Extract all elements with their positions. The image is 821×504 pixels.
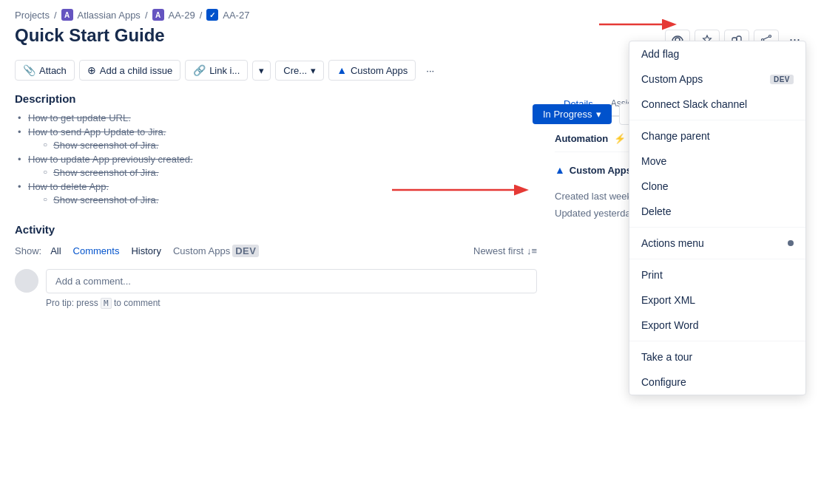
dropdown-item-label: Connect Slack channel xyxy=(641,98,747,110)
toolbar-ellipsis-icon: ··· xyxy=(426,65,434,76)
description-list: How to get update URL. How to send App U… xyxy=(15,112,537,205)
attach-button[interactable]: 📎 Attach xyxy=(15,60,75,81)
list-item: Show screenshot of Jira. xyxy=(40,140,537,151)
aa27-icon: ✓ xyxy=(206,9,218,21)
custom-apps-filter-label: Custom Apps xyxy=(173,245,230,256)
activity-section: Activity Show: All Comments History Cust… xyxy=(15,223,537,308)
link-dropdown[interactable]: ▾ xyxy=(252,61,271,81)
description-section: Description How to get update URL. How t… xyxy=(15,92,537,205)
list-item: Show screenshot of Jira. xyxy=(40,167,537,178)
chevron-down-icon: ▾ xyxy=(596,109,601,120)
dropdown-menu: Add flagCustom AppsDEVConnect Slack chan… xyxy=(629,41,806,395)
filter-comments-button[interactable]: Comments xyxy=(70,244,123,258)
avatar xyxy=(15,269,38,293)
left-panel: Description How to get update URL. How t… xyxy=(15,92,555,478)
dropdown-item[interactable]: Custom AppsDEV xyxy=(629,67,805,92)
link-label: Link i... xyxy=(209,65,240,76)
sort-icon: ↓≡ xyxy=(527,245,537,256)
dropdown-item-label: Add flag xyxy=(641,48,679,60)
dropdown-divider xyxy=(629,341,805,341)
dev-badge: DEV xyxy=(232,245,259,257)
child-issue-icon: ⊕ xyxy=(87,64,96,76)
paperclip-icon: 📎 xyxy=(23,64,36,76)
toolbar-more-button[interactable]: ··· xyxy=(420,61,440,80)
breadcrumb-projects[interactable]: Projects xyxy=(15,10,50,21)
dropdown-item[interactable]: Print xyxy=(629,262,805,287)
dropdown-item-label: Take a tour xyxy=(641,351,692,363)
dropdown-item[interactable]: Add flag xyxy=(629,41,805,67)
dropdown-item-label: Print xyxy=(641,269,663,281)
dropdown-divider xyxy=(629,227,805,228)
comment-input[interactable]: Add a comment... xyxy=(46,269,537,293)
dropdown-item-label: Export XML xyxy=(641,294,695,306)
description-title: Description xyxy=(15,92,537,105)
atlassian-apps-icon: A xyxy=(61,9,73,21)
activity-filter-bar: Show: All Comments History Custom Apps D… xyxy=(15,243,537,259)
create-label: Cre... xyxy=(283,65,307,76)
dropdown-item-label: Custom Apps xyxy=(641,73,703,85)
dropdown-item[interactable]: Delete xyxy=(629,199,805,224)
dropdown-item-label: Actions menu xyxy=(641,237,704,249)
page-title: Quick Start Guide xyxy=(15,25,165,46)
list-item: Show screenshot of Jira. xyxy=(40,194,537,205)
link-icon-toolbar: 🔗 xyxy=(193,64,206,76)
dropdown-item-label: Clone xyxy=(641,180,669,192)
dropdown-item-badge: DEV xyxy=(770,75,794,84)
sort-button[interactable]: Newest first ↓≡ xyxy=(473,245,537,256)
pro-tip-key: M xyxy=(101,298,112,309)
filter-custom-apps-button[interactable]: Custom Apps DEV xyxy=(170,243,263,259)
list-item: How to update App previously created. Sh… xyxy=(15,154,537,178)
sort-label: Newest first xyxy=(473,245,524,256)
create-button[interactable]: Cre... ▾ xyxy=(275,61,324,81)
custom-apps-section-icon: ▲ xyxy=(555,164,565,176)
comment-area: Add a comment... xyxy=(15,269,537,293)
dropdown-item[interactable]: Configure xyxy=(629,370,805,395)
dropdown-item[interactable]: Take a tour xyxy=(629,344,805,370)
pro-tip: Pro tip: press M to comment xyxy=(46,298,537,308)
list-item: How to delete App. Show screenshot of Ji… xyxy=(15,181,537,205)
status-label: In Progress xyxy=(543,109,592,120)
chevron-down-icon-link: ▾ xyxy=(259,65,264,76)
breadcrumb-aa29[interactable]: AA-29 xyxy=(169,10,195,21)
aa29-icon: A xyxy=(152,9,164,21)
custom-apps-button[interactable]: ▲ Custom Apps xyxy=(328,60,416,81)
dropdown-item-label: Export Word xyxy=(641,319,699,331)
breadcrumb: Projects / A Atlassian Apps / A AA-29 / … xyxy=(0,0,821,25)
list-item: How to send App Update to Jira. Show scr… xyxy=(15,126,537,151)
activity-title: Activity xyxy=(15,223,537,236)
dropdown-item[interactable]: Move xyxy=(629,149,805,174)
attach-label: Attach xyxy=(39,65,67,76)
breadcrumb-aa27[interactable]: AA-27 xyxy=(223,10,249,21)
pro-tip-text: Pro tip: press xyxy=(46,298,98,308)
dropdown-divider xyxy=(629,259,805,259)
svg-point-3 xyxy=(768,35,771,37)
link-button[interactable]: 🔗 Link i... xyxy=(185,60,248,81)
dropdown-item-label: Configure xyxy=(641,376,686,388)
add-child-issue-button[interactable]: ⊕ Add a child issue xyxy=(79,60,180,81)
custom-apps-label: Custom Apps xyxy=(351,65,408,76)
dropdown-item-label: Delete xyxy=(641,205,671,217)
dropdown-item[interactable]: Connect Slack channel xyxy=(629,92,805,117)
filter-history-button[interactable]: History xyxy=(128,244,163,258)
status-button[interactable]: In Progress ▾ xyxy=(533,104,612,124)
svg-line-6 xyxy=(763,36,768,38)
custom-apps-toolbar-icon: ▲ xyxy=(337,64,347,76)
custom-apps-section-label: Custom Apps xyxy=(570,165,632,176)
dropdown-item[interactable]: Export XML xyxy=(629,287,805,313)
dropdown-item[interactable]: Clone xyxy=(629,174,805,199)
chevron-create: ▾ xyxy=(311,65,316,76)
dropdown-divider xyxy=(629,120,805,120)
dropdown-item-label: Move xyxy=(641,155,666,167)
dropdown-item[interactable]: Export Word xyxy=(629,313,805,338)
breadcrumb-atlassian-apps[interactable]: Atlassian Apps xyxy=(78,10,141,21)
dropdown-item[interactable]: Change parent xyxy=(629,123,805,149)
show-label: Show: xyxy=(15,245,41,256)
pro-tip-suffix: to comment xyxy=(114,298,161,308)
dropdown-item[interactable]: Actions menu xyxy=(629,231,805,256)
add-child-label: Add a child issue xyxy=(100,65,172,76)
filter-all-button[interactable]: All xyxy=(47,244,64,258)
dot-indicator xyxy=(788,240,794,246)
list-item: How to get update URL. xyxy=(15,112,537,123)
dropdown-item-label: Change parent xyxy=(641,130,710,142)
